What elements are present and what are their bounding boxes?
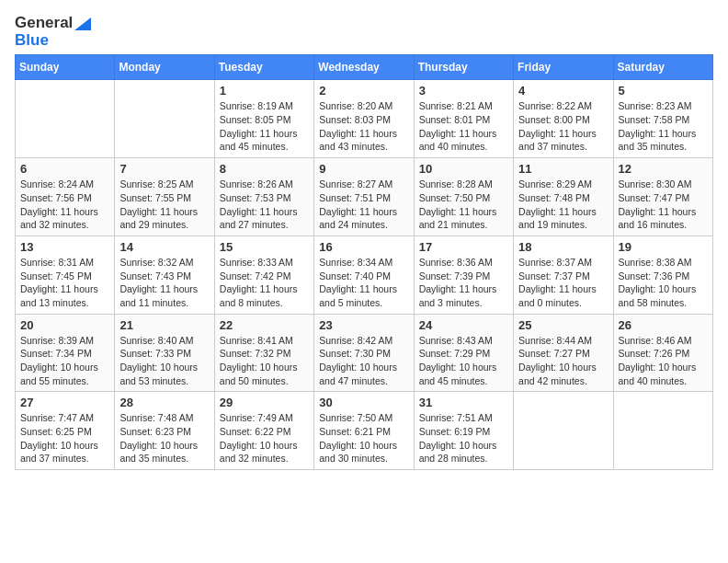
day-info: Sunrise: 8:40 AM Sunset: 7:33 PM Dayligh… xyxy=(119,334,209,388)
calendar-cell: 3Sunrise: 8:21 AM Sunset: 8:01 PM Daylig… xyxy=(414,80,513,158)
calendar-cell xyxy=(613,392,712,470)
calendar-cell: 14Sunrise: 8:32 AM Sunset: 7:43 PM Dayli… xyxy=(115,236,214,314)
day-info: Sunrise: 8:46 AM Sunset: 7:26 PM Dayligh… xyxy=(619,334,708,388)
calendar-cell: 4Sunrise: 8:22 AM Sunset: 8:00 PM Daylig… xyxy=(514,80,613,158)
day-number: 14 xyxy=(119,240,209,254)
calendar-cell: 17Sunrise: 8:36 AM Sunset: 7:39 PM Dayli… xyxy=(414,236,513,314)
calendar-header-row: SundayMondayTuesdayWednesdayThursdayFrid… xyxy=(16,55,713,80)
calendar-header-wednesday: Wednesday xyxy=(314,55,414,80)
day-number: 23 xyxy=(319,318,408,332)
day-number: 15 xyxy=(220,240,309,254)
day-number: 18 xyxy=(518,240,608,254)
calendar-cell: 15Sunrise: 8:33 AM Sunset: 7:42 PM Dayli… xyxy=(214,236,313,314)
calendar-cell: 16Sunrise: 8:34 AM Sunset: 7:40 PM Dayli… xyxy=(314,236,414,314)
calendar-header-tuesday: Tuesday xyxy=(214,55,313,80)
calendar-week-row: 27Sunrise: 7:47 AM Sunset: 6:25 PM Dayli… xyxy=(16,392,713,470)
day-number: 6 xyxy=(20,162,109,176)
day-number: 31 xyxy=(419,396,508,409)
day-info: Sunrise: 8:39 AM Sunset: 7:34 PM Dayligh… xyxy=(20,334,109,388)
day-info: Sunrise: 7:50 AM Sunset: 6:21 PM Dayligh… xyxy=(319,411,408,465)
calendar-cell: 26Sunrise: 8:46 AM Sunset: 7:26 PM Dayli… xyxy=(613,314,712,392)
day-number: 17 xyxy=(419,240,508,254)
day-info: Sunrise: 8:34 AM Sunset: 7:40 PM Dayligh… xyxy=(319,256,408,310)
day-info: Sunrise: 8:27 AM Sunset: 7:51 PM Dayligh… xyxy=(319,178,408,232)
day-number: 21 xyxy=(119,318,209,332)
calendar-cell: 31Sunrise: 7:51 AM Sunset: 6:19 PM Dayli… xyxy=(414,392,513,470)
day-number: 16 xyxy=(319,240,408,254)
calendar-cell: 22Sunrise: 8:41 AM Sunset: 7:32 PM Dayli… xyxy=(214,314,313,392)
day-info: Sunrise: 8:43 AM Sunset: 7:29 PM Dayligh… xyxy=(419,334,508,388)
svg-marker-0 xyxy=(74,17,91,30)
calendar-header-friday: Friday xyxy=(514,55,613,80)
day-info: Sunrise: 8:31 AM Sunset: 7:45 PM Dayligh… xyxy=(20,256,109,310)
calendar-cell: 28Sunrise: 7:48 AM Sunset: 6:23 PM Dayli… xyxy=(115,392,214,470)
day-info: Sunrise: 8:23 AM Sunset: 7:58 PM Dayligh… xyxy=(619,99,708,154)
calendar-cell xyxy=(514,392,613,470)
calendar-cell: 2Sunrise: 8:20 AM Sunset: 8:03 PM Daylig… xyxy=(314,80,414,158)
calendar-cell: 7Sunrise: 8:25 AM Sunset: 7:55 PM Daylig… xyxy=(115,158,214,236)
day-number: 5 xyxy=(619,84,708,98)
calendar-cell: 24Sunrise: 8:43 AM Sunset: 7:29 PM Dayli… xyxy=(414,314,513,392)
day-number: 11 xyxy=(518,162,608,176)
day-info: Sunrise: 8:21 AM Sunset: 8:01 PM Dayligh… xyxy=(419,99,508,154)
calendar-cell xyxy=(16,80,115,158)
calendar-cell: 12Sunrise: 8:30 AM Sunset: 7:47 PM Dayli… xyxy=(613,158,712,236)
logo: General Blue xyxy=(15,15,91,49)
day-number: 7 xyxy=(119,162,209,176)
calendar-cell: 19Sunrise: 8:38 AM Sunset: 7:36 PM Dayli… xyxy=(613,236,712,314)
calendar-week-row: 1Sunrise: 8:19 AM Sunset: 8:05 PM Daylig… xyxy=(16,80,713,158)
calendar-week-row: 6Sunrise: 8:24 AM Sunset: 7:56 PM Daylig… xyxy=(16,158,713,236)
calendar-cell: 6Sunrise: 8:24 AM Sunset: 7:56 PM Daylig… xyxy=(16,158,115,236)
day-info: Sunrise: 8:33 AM Sunset: 7:42 PM Dayligh… xyxy=(220,256,309,310)
day-number: 2 xyxy=(319,84,408,98)
calendar-cell: 30Sunrise: 7:50 AM Sunset: 6:21 PM Dayli… xyxy=(314,392,414,470)
day-info: Sunrise: 7:48 AM Sunset: 6:23 PM Dayligh… xyxy=(119,411,209,465)
logo-arrow-icon xyxy=(74,17,91,30)
calendar-cell: 5Sunrise: 8:23 AM Sunset: 7:58 PM Daylig… xyxy=(613,80,712,158)
day-info: Sunrise: 8:42 AM Sunset: 7:30 PM Dayligh… xyxy=(319,334,408,388)
calendar-cell: 23Sunrise: 8:42 AM Sunset: 7:30 PM Dayli… xyxy=(314,314,414,392)
calendar-cell: 9Sunrise: 8:27 AM Sunset: 7:51 PM Daylig… xyxy=(314,158,414,236)
day-number: 10 xyxy=(419,162,508,176)
calendar-cell: 10Sunrise: 8:28 AM Sunset: 7:50 PM Dayli… xyxy=(414,158,513,236)
calendar-cell: 21Sunrise: 8:40 AM Sunset: 7:33 PM Dayli… xyxy=(115,314,214,392)
day-number: 1 xyxy=(220,84,309,98)
day-info: Sunrise: 8:25 AM Sunset: 7:55 PM Dayligh… xyxy=(119,178,209,232)
day-info: Sunrise: 7:47 AM Sunset: 6:25 PM Dayligh… xyxy=(20,411,109,465)
calendar-week-row: 20Sunrise: 8:39 AM Sunset: 7:34 PM Dayli… xyxy=(16,314,713,392)
day-info: Sunrise: 8:22 AM Sunset: 8:00 PM Dayligh… xyxy=(518,99,608,154)
day-number: 4 xyxy=(518,84,608,98)
day-info: Sunrise: 8:20 AM Sunset: 8:03 PM Dayligh… xyxy=(319,99,408,154)
day-info: Sunrise: 8:38 AM Sunset: 7:36 PM Dayligh… xyxy=(619,256,708,310)
calendar-header-thursday: Thursday xyxy=(414,55,513,80)
day-info: Sunrise: 8:30 AM Sunset: 7:47 PM Dayligh… xyxy=(619,178,708,232)
day-number: 30 xyxy=(319,396,408,409)
day-number: 24 xyxy=(419,318,508,332)
calendar-cell xyxy=(115,80,214,158)
day-info: Sunrise: 8:19 AM Sunset: 8:05 PM Dayligh… xyxy=(220,99,309,154)
day-info: Sunrise: 7:49 AM Sunset: 6:22 PM Dayligh… xyxy=(220,411,309,465)
calendar-cell: 13Sunrise: 8:31 AM Sunset: 7:45 PM Dayli… xyxy=(16,236,115,314)
day-number: 20 xyxy=(20,318,109,332)
day-info: Sunrise: 8:26 AM Sunset: 7:53 PM Dayligh… xyxy=(220,178,309,232)
day-info: Sunrise: 7:51 AM Sunset: 6:19 PM Dayligh… xyxy=(419,411,508,465)
day-number: 8 xyxy=(220,162,309,176)
day-number: 26 xyxy=(619,318,708,332)
day-info: Sunrise: 8:36 AM Sunset: 7:39 PM Dayligh… xyxy=(419,256,508,310)
day-info: Sunrise: 8:44 AM Sunset: 7:27 PM Dayligh… xyxy=(518,334,608,388)
calendar-cell: 29Sunrise: 7:49 AM Sunset: 6:22 PM Dayli… xyxy=(214,392,313,470)
day-number: 13 xyxy=(20,240,109,254)
day-number: 29 xyxy=(220,396,309,409)
day-info: Sunrise: 8:24 AM Sunset: 7:56 PM Dayligh… xyxy=(20,178,109,232)
calendar-header-sunday: Sunday xyxy=(16,55,115,80)
day-number: 28 xyxy=(119,396,209,409)
page-header: General Blue xyxy=(15,15,713,49)
day-number: 19 xyxy=(619,240,708,254)
day-number: 9 xyxy=(319,162,408,176)
day-number: 3 xyxy=(419,84,508,98)
day-info: Sunrise: 8:41 AM Sunset: 7:32 PM Dayligh… xyxy=(220,334,309,388)
day-info: Sunrise: 8:37 AM Sunset: 7:37 PM Dayligh… xyxy=(518,256,608,310)
day-number: 27 xyxy=(20,396,109,409)
calendar-cell: 20Sunrise: 8:39 AM Sunset: 7:34 PM Dayli… xyxy=(16,314,115,392)
calendar-cell: 8Sunrise: 8:26 AM Sunset: 7:53 PM Daylig… xyxy=(214,158,313,236)
